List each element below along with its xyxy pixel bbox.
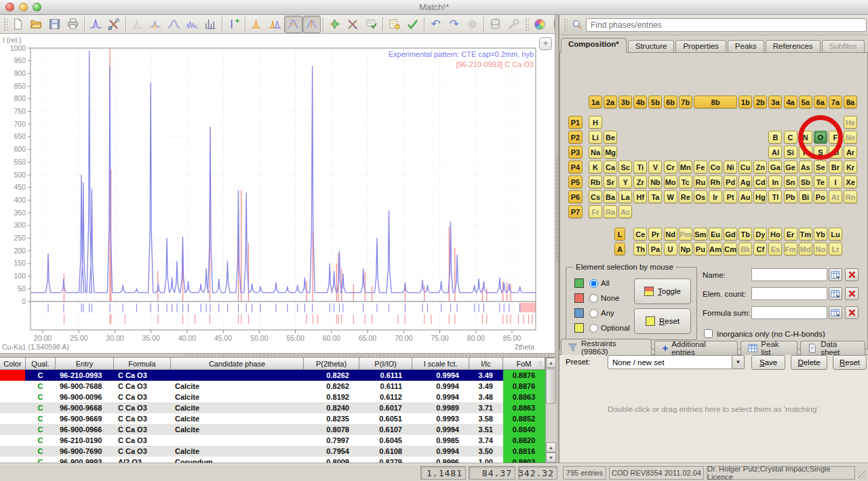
peak-search-bars-icon[interactable] [201,16,220,33]
record-icon[interactable] [463,16,481,33]
element-co[interactable]: Co [709,161,722,173]
element-te[interactable]: Te [814,175,827,188]
period-button-p4[interactable]: P4 [568,161,583,173]
actinides-button[interactable]: A [614,243,625,255]
open-file-icon[interactable] [27,16,45,33]
undo-icon[interactable]: ↶ [427,16,445,33]
background-peaks-icon[interactable] [146,16,165,33]
group-button-7a[interactable]: 7a [829,96,842,108]
element-kr[interactable]: Kr [844,161,857,173]
element-tb[interactable]: Tb [738,228,752,240]
element-po[interactable]: Po [814,190,827,203]
group-button-8a[interactable]: 8a [844,96,857,108]
scroll-up-button-2[interactable]: ▲ [546,442,556,453]
horizontal-splitter[interactable] [0,353,555,358]
element-sr[interactable]: Sr [604,175,617,188]
element-ir[interactable]: Ir [709,190,722,203]
element-os[interactable]: Os [694,190,707,203]
print-icon[interactable] [64,16,82,33]
element-mn[interactable]: Mn [679,161,692,173]
bottom-tab-additionalentries[interactable]: +Additional entries [654,341,738,355]
name-field[interactable] [751,268,827,281]
element-w[interactable]: W [664,190,677,203]
element-ga[interactable]: Ga [768,161,782,173]
element-eu[interactable]: Eu [709,228,722,240]
new-file-icon[interactable] [9,16,27,33]
element-ho[interactable]: Ho [768,228,782,240]
scroll-down-button[interactable]: ▼ [546,453,556,463]
element-lu[interactable]: Lu [829,228,842,240]
element-si[interactable]: Si [784,146,797,159]
element-pr[interactable]: Pr [648,228,662,240]
period-button-p5[interactable]: P5 [568,175,583,188]
zoom-in-chart-button[interactable]: + [539,37,552,50]
diffraction-chart[interactable]: 20.0025.0030.0035.0040.0045.0050.0055.00… [0,34,555,353]
group-button-3a[interactable]: 3a [768,96,782,108]
group-button-5b[interactable]: 5b [648,96,662,108]
group-button-6b[interactable]: 6b [664,96,677,108]
element-au[interactable]: Au [738,190,752,203]
toggle-button[interactable]: Toggle [634,278,691,304]
group-button-1a[interactable]: 1a [589,96,602,108]
table-row-96-900-9668[interactable]: C96-900-9668C Ca O3Calcite0.82400.60170.… [0,402,556,413]
preset-save-button[interactable]: Save [751,355,785,370]
any-radio[interactable] [589,309,598,318]
lanthanides-button[interactable]: L [614,228,625,240]
group-button-1b[interactable]: 1b [738,96,752,108]
group-button-3b[interactable]: 3b [618,96,632,108]
column-header-fom[interactable]: FoM▽ [503,358,545,370]
element-nb[interactable]: Nb [648,175,662,188]
element-hg[interactable]: Hg [753,190,767,203]
element-cm[interactable]: Cm [724,243,737,255]
element-ce[interactable]: Ce [633,228,647,240]
element-sm[interactable]: Sm [694,228,707,240]
table-row-96-900-9669[interactable]: C96-900-9669C Ca O3Calcite0.82350.60510.… [0,413,556,424]
tab-composition[interactable]: Composition* [561,38,627,53]
bottom-tab-restraints[interactable]: Restraints (99863) [561,339,652,355]
group-button-2a[interactable]: 2a [604,96,617,108]
table-scrollbar[interactable]: ▲ ▲ ▼ [545,358,556,463]
element-rb[interactable]: Rb [589,175,602,188]
element-la[interactable]: La [618,190,632,203]
element-ru[interactable]: Ru [694,175,707,188]
name-lookup-table-icon[interactable] [829,268,842,281]
element-pt[interactable]: Pt [724,190,737,203]
element-cd[interactable]: Cd [753,175,767,188]
element-xe[interactable]: Xe [844,175,857,188]
table-row-96-900-0096[interactable]: C96-900-0096C Ca O3Calcite0.81920.61120.… [0,392,556,402]
element-pu[interactable]: Pu [694,243,707,255]
element-ti[interactable]: Ti [633,161,647,173]
save-file-icon[interactable] [45,16,64,33]
element-pb[interactable]: Pb [784,190,797,203]
element-hf[interactable]: Hf [633,190,647,203]
redo-icon[interactable]: ↷ [445,16,463,33]
element-tc[interactable]: Tc [679,175,692,188]
bottom-tab-peaklist[interactable]: Peak list [741,341,797,355]
elem-count-clear-icon[interactable] [845,287,859,300]
element-b[interactable]: B [768,131,782,144]
inorganics-only-checkbox[interactable] [704,329,713,338]
element-zn[interactable]: Zn [753,161,767,173]
optional-radio[interactable] [589,324,598,333]
element-nd[interactable]: Nd [664,228,677,240]
element-sc[interactable]: Sc [618,161,632,173]
column-header-entry[interactable]: Entry [56,358,114,370]
element-cs[interactable]: Cs [589,190,602,203]
column-header-p2theta[interactable]: P(2theta) [304,358,359,370]
raw-data-peak-icon[interactable] [128,16,146,33]
element-ba[interactable]: Ba [604,190,617,203]
column-header-qual[interactable]: Qual. [26,358,56,370]
element-ar[interactable]: Ar [844,146,857,159]
element-ge[interactable]: Ge [784,161,797,173]
group-button-5a[interactable]: 5a [799,96,812,108]
smooth-peak-icon[interactable] [165,16,183,33]
element-sb[interactable]: Sb [799,175,812,188]
element-pa[interactable]: Pa [648,243,662,255]
element-er[interactable]: Er [784,228,797,240]
select-entry-badge-icon[interactable] [362,16,380,33]
accept-check-icon[interactable] [403,16,422,33]
scrollbar-thumb[interactable] [546,369,556,404]
group-button-4b[interactable]: 4b [633,96,647,108]
period-button-p2[interactable]: P2 [568,131,583,144]
column-header-color[interactable]: Color [0,358,26,370]
